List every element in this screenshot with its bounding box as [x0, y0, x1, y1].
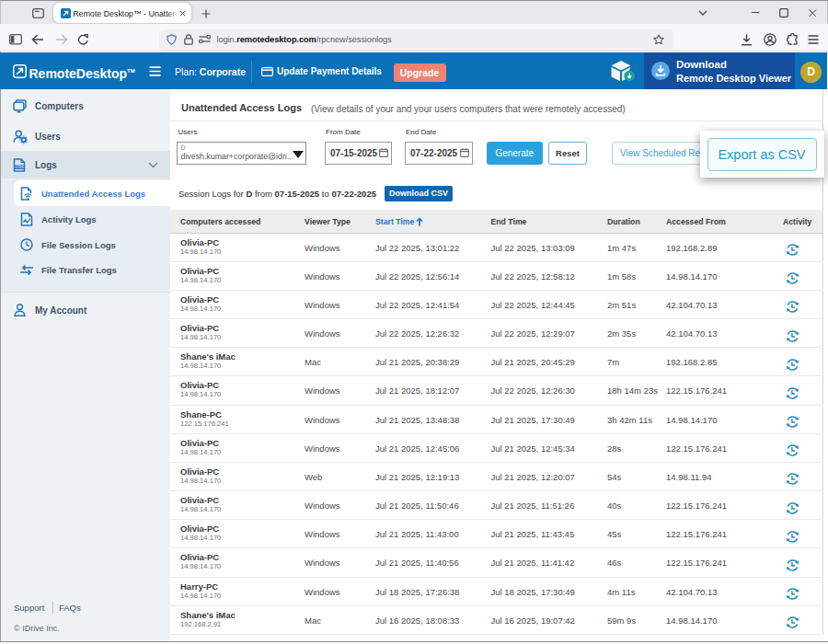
svg-text:LOGS: LOGS — [15, 166, 24, 169]
